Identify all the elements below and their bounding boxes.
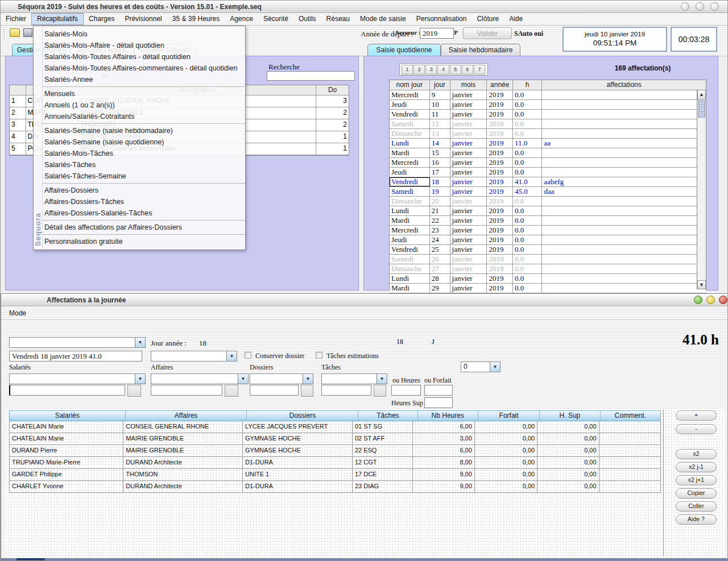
menu-item[interactable]: Personnalisation gratuite — [42, 236, 245, 247]
year-input[interactable] — [420, 28, 454, 39]
menu-item[interactable]: Affaires-Dossiers-Tâches — [42, 196, 245, 207]
menubar-item[interactable]: Personnalisation — [411, 13, 472, 25]
taches-estimations-checkbox[interactable] — [316, 352, 322, 359]
day-row[interactable]: Vendredi18janvier201941.0aabefg — [390, 177, 706, 187]
chevron-down-icon[interactable]: ▼ — [135, 374, 145, 384]
day-row[interactable]: Samedi12janvier20190.0 — [390, 119, 706, 129]
heures-sup-input[interactable] — [424, 397, 453, 408]
chevron-down-icon[interactable]: ▼ — [238, 374, 248, 384]
tab-Saisie quotidienne[interactable]: Saisie quotidienne — [367, 44, 441, 57]
menu-item[interactable]: Salariés-Mois-Affaire - détail quotidien — [42, 40, 245, 51]
chevron-down-icon[interactable]: ▼ — [303, 374, 313, 384]
dossiers-combo[interactable]: ▼ — [250, 373, 313, 384]
close-icon[interactable] — [710, 2, 719, 11]
save-icon[interactable] — [23, 28, 32, 37]
scroll-down-icon[interactable]: ▼ — [697, 280, 706, 289]
side-button-x2 j-1[interactable]: x2 j-1 — [676, 462, 717, 472]
side-button-+[interactable]: + — [676, 410, 717, 421]
menubar-item[interactable]: Fichier — [1, 13, 31, 25]
chevron-down-icon[interactable]: ▼ — [377, 374, 387, 384]
day-row[interactable]: Mardi15janvier20190.0 — [390, 148, 706, 158]
pager-button-7[interactable]: 7 — [474, 65, 485, 74]
day-row[interactable]: Dimanche20janvier20190.0 — [390, 197, 706, 206]
menu-item[interactable]: Salariés-Semaine (saisie hebdomadaire) — [42, 125, 245, 136]
search-input[interactable] — [267, 71, 355, 81]
day-row[interactable]: Jeudi17janvier20190.0 — [390, 168, 706, 177]
close2-icon[interactable] — [719, 296, 727, 304]
taches-input[interactable] — [321, 385, 371, 396]
menu-item[interactable]: Annuels (1 ou 2 an(s)) — [42, 99, 245, 111]
day-row[interactable]: Mardi22janvier20190.0 — [390, 216, 706, 226]
menu-item[interactable]: Salariés-Mois-Toutes Affaires - détail q… — [42, 51, 245, 63]
day-row[interactable]: Vendredi11janvier20190.0 — [390, 110, 706, 119]
menubar-item[interactable]: Aide — [504, 13, 528, 25]
pager-button-3[interactable]: 3 — [425, 65, 437, 74]
menubar-item[interactable]: Agence — [225, 13, 258, 25]
pager-button-1[interactable]: 1 — [402, 65, 413, 74]
day-row[interactable]: Lundi21janvier20190.0 — [390, 206, 706, 216]
menu-item[interactable]: Affaires-Dossiers-Salariés-Tâches — [42, 207, 245, 219]
affect-row[interactable]: CHARLET YvonneDURAND ArchitecteD1-DURA23… — [10, 481, 660, 493]
valider-button[interactable]: Valider — [463, 27, 512, 39]
menu-item[interactable]: Affaires-Dossiers — [42, 185, 245, 196]
scroll-up-icon[interactable]: ▲ — [697, 90, 706, 100]
day-row[interactable]: Vendredi25janvier20190.0 — [390, 245, 706, 255]
menu-item[interactable]: Détail des affectations par Affaires-Dos… — [42, 222, 245, 233]
day-row[interactable]: Mercredi23janvier20190.0 — [390, 226, 706, 235]
mode-combo[interactable]: ▼ — [9, 337, 146, 348]
pager-button-2[interactable]: 2 — [413, 65, 425, 74]
side-button-Aide ?[interactable]: Aide ? — [676, 514, 717, 525]
heures-input[interactable] — [391, 385, 421, 396]
affect-row[interactable]: CHATELAIN MarieCONSEIL GENERAL RHONELYCE… — [10, 421, 660, 433]
menubar-item[interactable]: Réseau — [321, 13, 355, 25]
day-row[interactable]: Samedi26janvier20190.0 — [390, 255, 706, 264]
day-row[interactable]: Jeudi24janvier20190.0 — [390, 235, 706, 245]
menu-item[interactable]: Salariés-Annee — [42, 74, 245, 85]
day-table-scrollbar[interactable]: ▲ ▼ — [697, 90, 706, 289]
mode-menu[interactable]: Mode — [9, 309, 26, 317]
chevron-down-icon[interactable]: ▼ — [490, 362, 500, 372]
day-row[interactable]: Lundi28janvier20190.0 — [390, 274, 706, 284]
menu-item[interactable]: Annuels/Salariés-Cotraitants — [42, 111, 245, 122]
menu-item[interactable]: Salariés-Tâches-Semaine — [42, 171, 245, 182]
menubar-item[interactable]: Charges — [84, 13, 119, 25]
chevron-down-icon[interactable]: ▼ — [226, 351, 237, 361]
affect-row[interactable]: DURAND PierreMAIRIE GRENOBLEGYMNASE HOCH… — [10, 445, 660, 457]
taches-combo[interactable]: ▼ — [321, 373, 387, 384]
side-button-x2[interactable]: x2 — [676, 449, 717, 459]
menubar-item[interactable]: Sécurité — [258, 13, 293, 25]
chevron-down-icon[interactable]: ▼ — [135, 338, 145, 347]
day-row[interactable]: Mercredi16janvier20190.0 — [390, 158, 706, 168]
day-row[interactable]: Dimanche13janvier20190.0 — [390, 129, 706, 139]
menu-item[interactable]: Salariés-Mois-Tâches — [42, 148, 245, 159]
dossiers-lookup-button[interactable] — [301, 385, 313, 397]
menubar-item[interactable]: 35 & 39 Heures — [167, 13, 225, 25]
maximize-icon[interactable] — [696, 2, 704, 11]
taches-lookup-button[interactable] — [374, 385, 386, 397]
day-row[interactable]: Mardi29janvier20190.0 — [390, 284, 706, 293]
menubar-item[interactable]: Mode de saisie — [355, 13, 411, 25]
menubar-item[interactable]: Outils — [293, 13, 321, 25]
day-row[interactable]: Jeudi10janvier20190.0 — [390, 100, 706, 110]
affect-row[interactable]: CHATELAIN MarieMAIRIE GRENOBLEGYMNASE HO… — [10, 433, 660, 445]
side-button--[interactable]: - — [676, 424, 717, 434]
scroll-thumb[interactable] — [698, 101, 705, 118]
salaries-combo[interactable]: ▼ — [9, 373, 146, 384]
pager-button-6[interactable]: 6 — [462, 65, 473, 74]
pager-button-5[interactable]: 5 — [450, 65, 461, 74]
side-button-Copier[interactable]: Copier — [676, 488, 717, 498]
pager-button-4[interactable]: 4 — [437, 65, 449, 74]
menubar-item[interactable]: Récapitulatifs — [31, 13, 84, 25]
menu-item[interactable]: Salariés-Tâches — [42, 159, 245, 171]
salaries-lookup-button[interactable] — [127, 385, 141, 397]
day-row[interactable]: Mercredi9janvier20190.0 — [390, 90, 706, 100]
minimize2-icon[interactable] — [706, 296, 715, 304]
menubar-item[interactable]: Prévisionnel — [119, 13, 167, 25]
secondary-combo[interactable]: ▼ — [151, 351, 237, 361]
menu-item[interactable]: Salariés-Semaine (saisie quotidienne) — [42, 136, 245, 148]
menu-item[interactable]: Salariés-Mois-Toutes Affaires-commentair… — [42, 63, 245, 74]
salaries-input[interactable] — [9, 385, 125, 396]
open-file-icon[interactable] — [10, 28, 20, 37]
side-button-x2 j+1[interactable]: x2 j+1 — [676, 475, 717, 485]
day-row[interactable]: Samedi19janvier201945.0daa — [390, 187, 706, 197]
